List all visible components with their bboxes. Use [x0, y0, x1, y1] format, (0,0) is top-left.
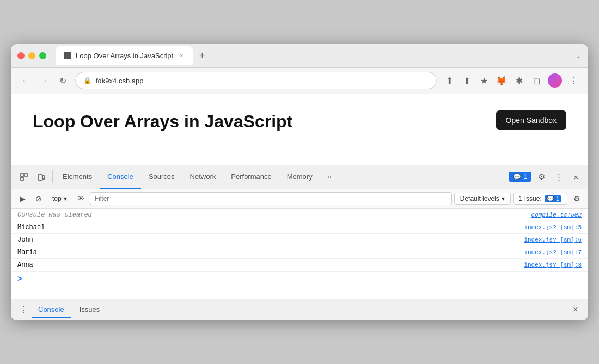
- svg-rect-1: [25, 174, 27, 176]
- run-script-button[interactable]: ▶: [15, 192, 29, 206]
- tab-favicon: [64, 52, 71, 59]
- svg-rect-3: [38, 175, 42, 180]
- console-output-row: Maria index.js? [sm]:7: [11, 246, 588, 259]
- download-icon[interactable]: ⬆: [443, 76, 455, 86]
- devtools-tab-bar: Elements Console Sources Network Perform…: [11, 165, 588, 189]
- console-output: Console was cleared compile.ts:502 Micha…: [11, 209, 588, 299]
- tab-memory[interactable]: Memory: [279, 165, 320, 189]
- console-cleared-row: Console was cleared compile.ts:502: [11, 209, 588, 221]
- bottom-bar-menu-icon[interactable]: ⋮: [17, 304, 29, 316]
- tab-close-button[interactable]: ×: [178, 52, 185, 59]
- console-row-link[interactable]: index.js? [sm]:6: [524, 237, 582, 243]
- settings-button[interactable]: ⚙: [534, 169, 549, 184]
- more-options-button[interactable]: ⋮: [551, 169, 566, 184]
- close-traffic-light[interactable]: [17, 52, 25, 59]
- issues-badge[interactable]: 💬 1: [509, 172, 531, 182]
- back-button[interactable]: ←: [20, 76, 32, 85]
- console-row-link[interactable]: index.js? [sm]:8: [524, 262, 582, 268]
- context-dropdown-icon: ▾: [64, 195, 67, 202]
- context-label: top: [52, 195, 62, 202]
- tab-elements[interactable]: Elements: [55, 165, 100, 189]
- issues-count-badge[interactable]: 1 Issue: 💬 1: [513, 193, 567, 205]
- console-output-row: John index.js? [sm]:6: [11, 234, 588, 246]
- bottom-tab-issues[interactable]: Issues: [73, 301, 107, 318]
- svg-rect-0: [21, 174, 23, 176]
- tab-sources[interactable]: Sources: [141, 165, 182, 189]
- svg-rect-4: [42, 176, 45, 179]
- filter-input[interactable]: [90, 192, 452, 205]
- bottom-bar: ⋮ Console Issues ×: [11, 299, 588, 320]
- menu-icon[interactable]: ⋮: [567, 76, 579, 86]
- profile-avatar[interactable]: [548, 73, 562, 88]
- maximize-traffic-light[interactable]: [39, 52, 46, 59]
- minimize-traffic-light[interactable]: [28, 52, 35, 59]
- extensions-icon[interactable]: ✱: [513, 76, 525, 86]
- tab-more[interactable]: »: [320, 165, 339, 189]
- prompt-caret: >: [17, 275, 22, 283]
- device-toolbar-icon[interactable]: [33, 168, 50, 186]
- refresh-button[interactable]: ↻: [57, 76, 69, 86]
- tab-network[interactable]: Network: [182, 165, 224, 189]
- console-row-link[interactable]: index.js? [sm]:7: [524, 249, 582, 256]
- tab-performance[interactable]: Performance: [223, 165, 279, 189]
- console-output-row: Anna index.js? [sm]:8: [11, 259, 588, 272]
- browser-tab[interactable]: Loop Over Arrays in JavaScript ×: [56, 46, 193, 65]
- devtools-actions: 💬 1 ⚙ ⋮ ×: [509, 169, 584, 184]
- address-actions: ⬆ ⬆ ★ 🦊 ✱ ◻ ⋮: [443, 73, 579, 88]
- badge-count: 1: [523, 173, 527, 181]
- url-field[interactable]: 🔒 fdk9x4.csb.app: [75, 72, 437, 89]
- console-row-text: Anna: [17, 261, 33, 269]
- issues-mini-badge: 💬 1: [545, 195, 561, 202]
- tab-switcher-icon[interactable]: ◻: [530, 76, 542, 86]
- console-row-link[interactable]: index.js? [sm]:5: [524, 224, 582, 231]
- levels-dropdown-icon: ▾: [502, 195, 505, 202]
- address-bar: ← → ↻ 🔒 fdk9x4.csb.app ⬆ ⬆ ★ 🦊 ✱ ◻ ⋮: [11, 68, 588, 94]
- page-content: Loop Over Arrays in JavaScript Open Sand…: [11, 94, 588, 165]
- eye-icon[interactable]: 👁: [74, 192, 88, 206]
- browser-window: Loop Over Arrays in JavaScript × + ⌄ ← →…: [11, 44, 588, 320]
- window-chevron-icon: ⌄: [576, 52, 582, 60]
- tab-console[interactable]: Console: [100, 165, 141, 189]
- tab-divider: [52, 170, 53, 183]
- close-devtools-button[interactable]: ×: [569, 169, 584, 184]
- console-toolbar: ▶ ⊘ top ▾ 👁 Default levels ▾ 1 Issue: 💬 …: [11, 189, 588, 209]
- page-title: Loop Over Arrays in JavaScript: [33, 112, 566, 132]
- chat-icon: 💬: [513, 173, 521, 181]
- traffic-lights: [17, 52, 46, 59]
- bottom-bar-close-button[interactable]: ×: [570, 304, 582, 316]
- inspect-element-icon[interactable]: [15, 168, 33, 186]
- new-tab-button[interactable]: +: [195, 48, 209, 63]
- console-row-text: Maria: [17, 249, 37, 256]
- svg-rect-2: [21, 177, 23, 180]
- tab-title: Loop Over Arrays in JavaScript: [76, 52, 173, 60]
- console-row-text: John: [17, 236, 33, 244]
- default-levels-button[interactable]: Default levels ▾: [454, 193, 511, 205]
- bottom-tab-console[interactable]: Console: [32, 301, 71, 318]
- console-prompt[interactable]: >: [11, 272, 588, 287]
- clear-console-button[interactable]: ⊘: [32, 192, 46, 206]
- url-text: fdk9x4.csb.app: [96, 77, 143, 85]
- forward-button[interactable]: →: [38, 76, 50, 85]
- share-icon[interactable]: ⬆: [461, 76, 473, 86]
- console-output-row: Michael index.js? [sm]:5: [11, 221, 588, 234]
- tab-area: Loop Over Arrays in JavaScript × +: [56, 46, 570, 65]
- fox-icon[interactable]: 🦊: [496, 76, 508, 86]
- devtools-panel: Elements Console Sources Network Perform…: [11, 165, 588, 320]
- cleared-link[interactable]: compile.ts:502: [531, 212, 582, 218]
- console-settings-button[interactable]: ⚙: [570, 192, 584, 206]
- context-selector[interactable]: top ▾: [48, 194, 71, 203]
- bookmark-icon[interactable]: ★: [478, 76, 490, 86]
- open-sandbox-button[interactable]: Open Sandbox: [496, 110, 566, 130]
- title-bar: Loop Over Arrays in JavaScript × + ⌄: [11, 44, 588, 68]
- console-row-text: Michael: [17, 224, 45, 231]
- lock-icon: 🔒: [83, 77, 91, 84]
- cleared-text: Console was cleared: [17, 211, 92, 219]
